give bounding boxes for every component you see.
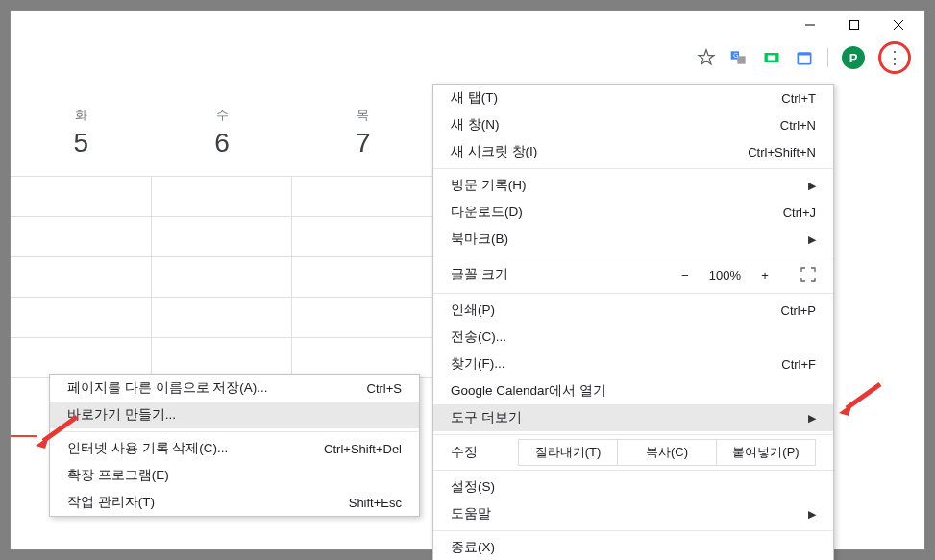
zoom-value: 100% <box>709 268 741 282</box>
menu-label: 인쇄(P) <box>451 302 781 319</box>
menu-label: 새 시크릿 창(I) <box>451 143 748 160</box>
menu-label: 전송(C)... <box>451 329 816 346</box>
day-number: 6 <box>152 128 293 158</box>
menu-print[interactable]: 인쇄(P) Ctrl+P <box>433 297 833 324</box>
zoom-label: 글꼴 크기 <box>451 266 678 283</box>
menu-label: 북마크(B) <box>451 231 800 248</box>
maximize-button[interactable] <box>832 11 876 39</box>
calendar-row[interactable] <box>11 338 433 378</box>
browser-toolbar: G P ⋮ <box>11 39 924 76</box>
annotation-arrow-icon <box>837 379 885 418</box>
menu-shortcut: Ctrl+J <box>783 206 816 220</box>
day-column[interactable]: 수 6 <box>152 107 293 158</box>
cut-button[interactable]: 잘라내기(T) <box>519 440 618 465</box>
submenu-create-shortcut[interactable]: 바로가기 만들기... <box>50 402 419 428</box>
calendar-grid <box>11 176 433 378</box>
calendar-row[interactable] <box>11 257 433 298</box>
menu-find[interactable]: 찾기(F)... Ctrl+F <box>433 351 833 377</box>
menu-new-incognito[interactable]: 새 시크릿 창(I) Ctrl+Shift+N <box>433 138 833 165</box>
menu-exit[interactable]: 종료(X) <box>433 534 833 560</box>
submenu-extensions[interactable]: 확장 프로그램(E) <box>50 462 419 489</box>
copy-button[interactable]: 복사(C) <box>618 440 717 465</box>
svg-rect-10 <box>799 56 810 63</box>
day-name: 목 <box>292 107 433 124</box>
close-button[interactable] <box>876 11 921 39</box>
menu-shortcut: Ctrl+Shift+N <box>748 145 816 159</box>
svg-marker-12 <box>839 403 852 416</box>
day-column[interactable]: 목 7 <box>292 107 433 158</box>
calendar-extension-icon[interactable] <box>795 48 814 67</box>
chrome-window: G P ⋮ 화 5 수 6 목 7 <box>10 10 925 550</box>
menu-label: 새 창(N) <box>451 116 780 134</box>
menu-new-tab[interactable]: 새 탭(T) Ctrl+T <box>433 85 833 111</box>
menu-shortcut: Ctrl+N <box>780 118 816 133</box>
menu-separator <box>50 431 419 432</box>
menu-new-window[interactable]: 새 창(N) Ctrl+N <box>433 111 833 138</box>
more-tools-submenu: 페이지를 다른 이름으로 저장(A)... Ctrl+S 바로가기 만들기...… <box>49 374 420 517</box>
menu-label: 페이지를 다른 이름으로 저장(A)... <box>67 379 367 397</box>
menu-shortcut: Ctrl+F <box>781 357 816 372</box>
submenu-clear-browsing[interactable]: 인터넷 사용 기록 삭제(C)... Ctrl+Shift+Del <box>50 435 419 462</box>
menu-help[interactable]: 도움말 ▶ <box>433 500 833 527</box>
minimize-button[interactable] <box>788 11 832 39</box>
more-menu-highlight: ⋮ <box>878 41 911 74</box>
svg-rect-1 <box>850 21 859 30</box>
menu-separator <box>433 434 833 435</box>
chrome-main-menu: 새 탭(T) Ctrl+T 새 창(N) Ctrl+N 새 시크릿 창(I) C… <box>432 84 834 560</box>
submenu-save-as[interactable]: 페이지를 다른 이름으로 저장(A)... Ctrl+S <box>50 375 419 402</box>
submenu-arrow-icon: ▶ <box>808 508 816 521</box>
menu-more-tools[interactable]: 도구 더보기 ▶ <box>433 404 833 431</box>
submenu-task-manager[interactable]: 작업 관리자(T) Shift+Esc <box>50 489 419 516</box>
menu-separator <box>433 530 833 531</box>
svg-line-11 <box>847 384 880 408</box>
paste-button[interactable]: 붙여넣기(P) <box>717 440 815 465</box>
menu-label: 종료(X) <box>451 539 816 556</box>
menu-shortcut: Ctrl+S <box>367 381 402 396</box>
menu-downloads[interactable]: 다운로드(D) Ctrl+J <box>433 199 833 226</box>
more-menu-button[interactable]: ⋮ <box>886 47 903 68</box>
menu-separator <box>433 470 833 471</box>
profile-avatar[interactable]: P <box>842 46 865 69</box>
bookmark-star-icon[interactable] <box>697 48 716 67</box>
current-time-indicator <box>11 435 37 437</box>
menu-label: 도구 더보기 <box>451 409 800 426</box>
day-column[interactable]: 화 5 <box>11 107 152 158</box>
svg-marker-14 <box>36 436 49 449</box>
menu-cast[interactable]: 전송(C)... <box>433 324 833 351</box>
menu-edit-row: 수정 잘라내기(T) 복사(C) 붙여넣기(P) <box>433 438 833 467</box>
svg-text:G: G <box>733 52 738 59</box>
menu-label: 도움말 <box>451 505 800 523</box>
menu-label: 설정(S) <box>451 478 816 496</box>
fullscreen-icon[interactable] <box>800 267 816 282</box>
menu-label: 작업 관리자(T) <box>67 494 349 511</box>
day-number: 7 <box>292 128 433 158</box>
calendar-background: 화 5 수 6 목 7 <box>11 97 433 378</box>
menu-label: 방문 기록(H) <box>451 177 800 194</box>
calendar-row[interactable] <box>11 177 433 217</box>
day-name: 수 <box>152 107 293 124</box>
menu-shortcut: Ctrl+Shift+Del <box>324 442 402 456</box>
submenu-arrow-icon: ▶ <box>808 412 816 425</box>
menu-history[interactable]: 방문 기록(H) ▶ <box>433 172 833 199</box>
menu-open-in-app[interactable]: Google Calendar에서 열기 <box>433 377 833 404</box>
zoom-in-button[interactable]: + <box>758 268 772 282</box>
menu-zoom: 글꼴 크기 − 100% + <box>433 259 833 290</box>
edit-actions: 잘라내기(T) 복사(C) 붙여넣기(P) <box>518 439 816 466</box>
menu-label: 확장 프로그램(E) <box>67 467 402 484</box>
menu-settings[interactable]: 설정(S) <box>433 474 833 500</box>
submenu-arrow-icon: ▶ <box>808 233 816 246</box>
calendar-day-headers: 화 5 수 6 목 7 <box>11 97 433 158</box>
menu-bookmarks[interactable]: 북마크(B) ▶ <box>433 226 833 253</box>
naver-extension-icon[interactable] <box>762 48 781 67</box>
calendar-row[interactable] <box>11 217 433 257</box>
zoom-out-button[interactable]: − <box>678 268 692 282</box>
menu-label: 찾기(F)... <box>451 355 781 373</box>
menu-label: 인터넷 사용 기록 삭제(C)... <box>67 440 324 457</box>
edit-label: 수정 <box>451 444 518 461</box>
menu-shortcut: Ctrl+P <box>781 304 816 318</box>
submenu-arrow-icon: ▶ <box>808 180 816 192</box>
calendar-row[interactable] <box>11 298 433 338</box>
toolbar-divider <box>827 48 828 67</box>
translate-extension-icon[interactable]: G <box>729 48 749 67</box>
menu-separator <box>433 168 833 169</box>
